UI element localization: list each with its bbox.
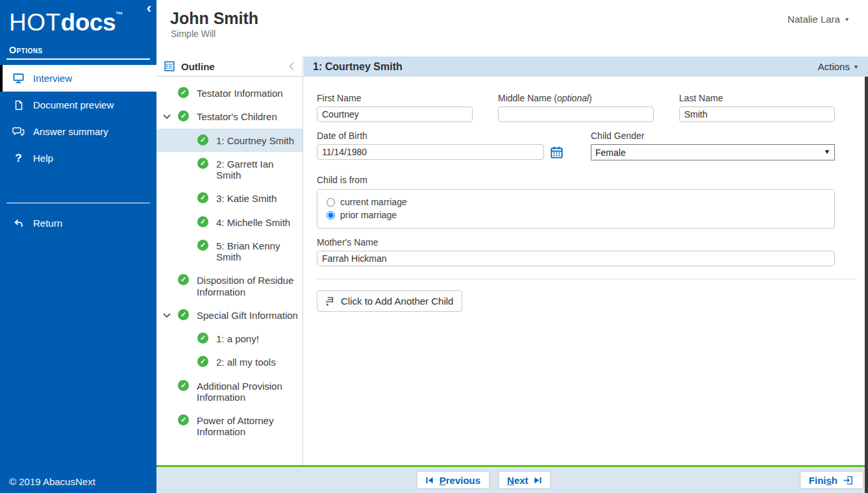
sidebar-item-label: Document preview [33,99,114,110]
sidebar-item-label: Help [33,153,53,164]
outline-item-special-gift-information[interactable]: ✓ Special Gift Information [156,303,303,327]
nav-buttons: Previous Next [417,471,551,489]
outline-collapse-icon[interactable] [287,62,296,71]
outline-item-katie-smith[interactable]: ✓ 3: Katie Smith [156,186,303,210]
outline-tree: ✓ Testator Information ✓ Testator's Chil… [156,77,303,444]
skip-next-icon [534,476,542,485]
outline-item-brian-kenny-smith[interactable]: ✓ 5: Brian Kenny Smith [156,234,303,269]
outline-list-icon [164,61,175,71]
bottom-navigation-bar: Previous Next Finish [156,465,868,493]
chevron-down-icon: ▾ [854,63,858,70]
check-circle-icon: ✓ [197,158,208,169]
next-button[interactable]: Next [498,471,551,489]
actions-menu-button[interactable]: Actions ▾ [818,61,858,72]
sidebar-collapse-icon[interactable]: ‹ [147,1,151,16]
options-divider [6,58,150,60]
radio-current-marriage-input[interactable] [327,198,335,207]
question-mark-icon: ? [12,153,25,164]
monitor-icon [12,73,25,84]
mothers-name-field[interactable] [317,251,835,266]
hotdocs-logo: HOTdocs™ [0,0,156,37]
check-circle-icon: ✓ [197,356,208,367]
section-header: 1: Courtney Smith Actions ▾ [304,57,868,77]
radio-current-marriage[interactable]: current marriage [327,196,826,209]
outline-item-a-pony[interactable]: ✓ 1: a pony! [156,327,303,350]
user-name: Natalie Lara [787,14,840,25]
child-is-from-group: current marriage prior marriage [317,189,835,229]
user-menu[interactable]: Natalie Lara ▾ [787,14,849,25]
mothers-name-label: Mother's Name [317,237,835,247]
previous-button[interactable]: Previous [417,471,490,489]
sidebar-item-interview[interactable]: Interview [0,65,156,92]
interview-form: First Name Middle Name (optional) Last N… [304,77,868,312]
template-subtitle: Simple Will [156,29,868,39]
check-circle-icon: ✓ [178,110,189,121]
sidebar-item-label: Return [33,218,62,229]
date-of-birth-label: Date of Birth [317,131,564,141]
skip-previous-icon [426,476,434,485]
sidebar-item-label: Interview [33,73,72,84]
return-arrow-icon [12,218,25,229]
check-circle-icon: ✓ [197,240,208,251]
outline-item-power-of-attorney[interactable]: ✓ Power of Attorney Information [156,409,303,444]
sidebar: ‹ HOTdocs™ Options Interview Document pr… [0,0,156,493]
calendar-icon[interactable] [550,145,564,159]
trademark-symbol: ™ [116,10,123,18]
date-of-birth-field[interactable] [317,144,544,160]
chat-bubbles-icon [12,126,25,137]
add-another-child-button[interactable]: Click to Add Another Child [317,290,462,312]
check-circle-icon: ✓ [178,414,189,425]
sidebar-item-answer-summary[interactable]: Answer summary [0,118,156,145]
chevron-down-icon[interactable] [162,311,172,321]
top-header: John Smith Simple Will Natalie Lara ▾ [156,0,868,57]
check-circle-icon: ✓ [197,216,208,227]
window-edge [865,77,868,493]
outline-panel: Outline ✓ Testator Information ✓ Testato… [156,57,303,465]
outline-item-additional-provision[interactable]: ✓ Additional Provision Information [156,374,303,409]
radio-prior-marriage-input[interactable] [327,211,335,220]
finish-document-icon [843,475,854,485]
finish-button[interactable]: Finish [800,471,863,489]
check-circle-icon: ✓ [178,274,189,285]
check-circle-icon: ✓ [178,309,189,320]
document-title: John Smith [156,0,868,28]
check-circle-icon: ✓ [197,192,208,203]
sidebar-item-label: Answer summary [33,126,108,137]
outline-item-all-my-tools[interactable]: ✓ 2: all my tools [156,350,303,373]
main-content: 1: Courtney Smith Actions ▾ First Name M… [304,57,868,465]
outline-item-disposition-of-residue[interactable]: ✓ Disposition of Residue Information [156,268,303,303]
outline-item-courtney-smith[interactable]: ✓ 1: Courtney Smith [156,129,303,152]
child-gender-select[interactable]: Female [591,144,835,160]
chevron-down-icon: ▾ [845,16,849,23]
copyright-text: © 2019 AbacusNext [9,476,95,487]
form-divider [317,279,857,279]
radio-prior-marriage[interactable]: prior marriage [327,209,826,221]
child-is-from-label: Child is from [317,175,835,185]
outline-item-testators-children[interactable]: ✓ Testator's Children [156,105,303,128]
sidebar-item-help[interactable]: ? Help [0,145,156,171]
check-circle-icon: ✓ [197,134,208,145]
outline-item-garrett-ian-smith[interactable]: ✓ 2: Garrett Ian Smith [156,152,303,187]
last-name-field[interactable] [679,107,835,122]
last-name-label: Last Name [679,93,835,103]
middle-name-label: Middle Name (optional) [498,93,654,103]
middle-name-field[interactable] [498,107,654,122]
sidebar-item-document-preview[interactable]: Document preview [0,92,156,118]
sidebar-divider [6,203,150,203]
check-circle-icon: ✓ [178,380,189,391]
outline-item-testator-information[interactable]: ✓ Testator Information [156,81,303,105]
check-circle-icon: ✓ [178,87,189,98]
first-name-field[interactable] [317,107,473,122]
section-title: 1: Courtney Smith [313,61,818,73]
check-circle-icon: ✓ [197,333,208,344]
first-name-label: First Name [317,93,473,103]
outline-header: Outline [156,57,303,77]
hotdocs-app: ‹ HOTdocs™ Options Interview Document pr… [0,0,868,493]
sidebar-item-return[interactable]: Return [0,210,156,236]
outline-item-michelle-smith[interactable]: ✓ 4: Michelle Smith [156,210,303,234]
document-icon [12,99,25,110]
add-row-icon [325,296,335,307]
options-section-label: Options [9,45,156,55]
chevron-down-icon[interactable] [162,112,172,122]
sidebar-nav: Interview Document preview Answer summar… [0,65,156,171]
